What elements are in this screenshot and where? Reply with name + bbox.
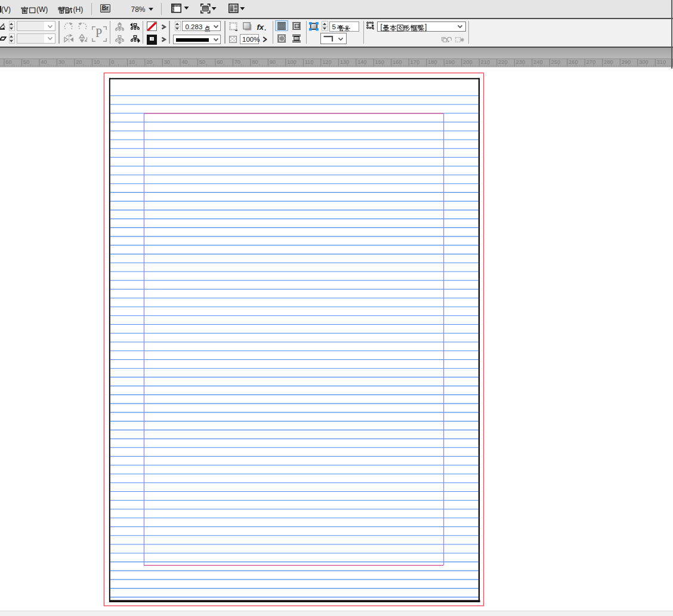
svg-text:290: 290: [622, 59, 631, 65]
svg-text:50: 50: [23, 59, 29, 65]
svg-text:220: 220: [498, 59, 508, 65]
svg-text:200: 200: [463, 59, 473, 65]
svg-text:10: 10: [129, 59, 135, 65]
svg-text:60: 60: [5, 59, 11, 65]
svg-text:310: 310: [657, 59, 666, 65]
svg-text:60: 60: [217, 59, 223, 65]
svg-text:20: 20: [76, 59, 82, 65]
svg-text:80: 80: [252, 59, 258, 65]
svg-text:10: 10: [94, 59, 100, 65]
svg-text:250: 250: [551, 59, 561, 65]
svg-text:140: 140: [357, 59, 367, 65]
svg-text:240: 240: [533, 59, 543, 65]
svg-text:50: 50: [199, 59, 205, 65]
svg-text:190: 190: [446, 59, 455, 65]
svg-text:170: 170: [410, 59, 420, 65]
svg-text:20: 20: [146, 59, 152, 65]
svg-text:40: 40: [181, 59, 187, 65]
svg-text:0: 0: [111, 59, 114, 65]
svg-text:30: 30: [164, 59, 170, 65]
svg-text:70: 70: [234, 59, 240, 65]
svg-text:110: 110: [305, 59, 314, 65]
svg-text:270: 270: [586, 59, 596, 65]
svg-text:90: 90: [270, 59, 276, 65]
svg-text:120: 120: [322, 59, 332, 65]
svg-text:30: 30: [58, 59, 64, 65]
svg-text:150: 150: [375, 59, 385, 65]
svg-text:100: 100: [287, 59, 297, 65]
svg-text:260: 260: [569, 59, 578, 65]
svg-text:230: 230: [516, 59, 526, 65]
svg-text:160: 160: [393, 59, 402, 65]
svg-text:40: 40: [41, 59, 47, 65]
svg-text:300: 300: [639, 59, 649, 65]
svg-text:180: 180: [428, 59, 437, 65]
svg-text:210: 210: [481, 59, 490, 65]
svg-text:130: 130: [340, 59, 350, 65]
svg-text:280: 280: [604, 59, 613, 65]
